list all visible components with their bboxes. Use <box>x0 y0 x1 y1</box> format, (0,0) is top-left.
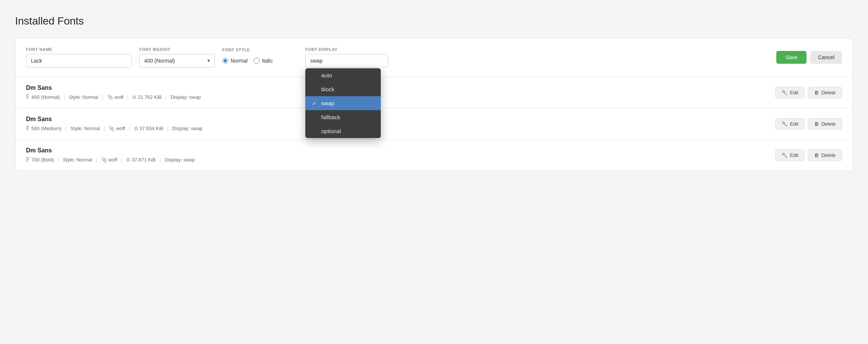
font-name: Dm Sans <box>26 147 195 154</box>
dropdown-item-optional[interactable]: optional <box>305 124 381 138</box>
font-display-meta: Display: swap <box>172 126 202 131</box>
edit-button-1[interactable]: 🔧 Edit <box>775 87 805 98</box>
font-meta: 𝔽 500 (Medium) | Style: Normal | 📎 woff … <box>26 125 202 132</box>
dropdown-item-auto-label: auto <box>321 72 332 78</box>
separator-3: | <box>121 157 122 163</box>
font-style-italic-label[interactable]: Italic <box>254 58 273 64</box>
font-name: Dm Sans <box>26 116 202 123</box>
font-weight-group: FONT WEIGHT 400 (Normal) 500 (Medium) 70… <box>139 47 215 68</box>
font-format-meta: 📎 woff <box>109 126 125 131</box>
font-style-meta: Style: Normal <box>63 157 92 163</box>
separator-3: | <box>127 94 128 100</box>
font-display-input[interactable] <box>305 54 388 68</box>
font-display-dropdown: auto block ✓ swap fallback <box>305 68 381 138</box>
dropdown-item-swap-label: swap <box>321 100 334 106</box>
font-name-label: FONT NAME <box>26 47 132 52</box>
dropdown-item-auto[interactable]: auto <box>305 68 381 82</box>
font-info: Dm Sans 𝔽 400 (Normal) | Style: Normal |… <box>26 84 201 100</box>
separator-4: | <box>166 94 167 100</box>
separator-2: | <box>104 126 105 131</box>
separator-4: | <box>160 157 161 163</box>
font-list-row: Dm Sans 𝔽 700 (Bold) | Style: Normal | 📎… <box>15 140 853 170</box>
font-style-normal-radio[interactable] <box>222 58 228 64</box>
font-meta: 𝔽 400 (Normal) | Style: Normal | 📎 woff … <box>26 94 201 100</box>
font-size-meta: ⊙ 37.871 KiB <box>126 157 155 163</box>
wrench-icon: 🔧 <box>782 90 788 95</box>
edit-button-3[interactable]: 🔧 Edit <box>775 149 805 161</box>
font-display-group: FONT DISPLAY auto block ✓ swap <box>305 47 388 68</box>
separator-1: | <box>65 126 66 131</box>
font-format-meta: 📎 woff <box>107 94 123 100</box>
form-actions: Save Cancel <box>776 51 842 64</box>
page-title: Installed Fonts <box>15 15 853 27</box>
font-style-group: FONT STYLE Normal Italic <box>222 48 298 67</box>
delete-button-2[interactable]: 🗑 Delete <box>808 118 842 130</box>
font-list-row: Dm Sans 𝔽 400 (Normal) | Style: Normal |… <box>15 77 853 108</box>
font-weight-meta: 𝔽 500 (Medium) <box>26 125 62 132</box>
separator-3: | <box>129 126 130 131</box>
font-name-group: FONT NAME <box>26 47 132 68</box>
dropdown-item-block-label: block <box>321 86 334 92</box>
separator-4: | <box>167 126 168 131</box>
dropdown-item-block[interactable]: block <box>305 82 381 96</box>
separator-2: | <box>102 94 103 100</box>
cancel-button[interactable]: Cancel <box>810 51 842 64</box>
row-actions: 🔧 Edit 🗑 Delete <box>775 118 842 130</box>
separator-1: | <box>64 94 65 100</box>
trash-icon: 🗑 <box>814 121 819 127</box>
font-style-normal-text: Normal <box>231 58 248 64</box>
font-name-input[interactable] <box>26 54 132 68</box>
delete-button-3[interactable]: 🗑 Delete <box>808 149 842 161</box>
font-weight-label: FONT WEIGHT <box>139 47 215 52</box>
font-style-normal-label[interactable]: Normal <box>222 58 248 64</box>
font-weight-meta: 𝔽 700 (Bold) <box>26 156 54 163</box>
font-style-meta: Style: Normal <box>71 126 100 131</box>
save-button[interactable]: Save <box>776 51 806 64</box>
font-weight-select[interactable]: 400 (Normal) 500 (Medium) 700 (Bold) <box>139 54 215 68</box>
dropdown-item-swap[interactable]: ✓ swap <box>305 96 381 110</box>
font-style-italic-text: Italic <box>262 58 273 64</box>
trash-icon: 🗑 <box>814 90 819 95</box>
main-card: FONT NAME FONT WEIGHT 400 (Normal) 500 (… <box>15 38 853 171</box>
font-name: Dm Sans <box>26 84 201 91</box>
font-display-wrapper: auto block ✓ swap fallback <box>305 54 388 68</box>
dropdown-item-optional-label: optional <box>321 128 341 134</box>
font-size-meta: ⊙ 37.934 KiB <box>134 126 163 131</box>
font-weight-select-wrapper: 400 (Normal) 500 (Medium) 700 (Bold) ▼ <box>139 54 215 68</box>
font-display-meta: Display: swap <box>165 157 195 163</box>
separator-1: | <box>58 157 59 163</box>
dropdown-item-fallback[interactable]: fallback <box>305 110 381 124</box>
form-row: FONT NAME FONT WEIGHT 400 (Normal) 500 (… <box>15 38 853 77</box>
font-style-radio-group: Normal Italic <box>222 54 298 67</box>
font-display-label: FONT DISPLAY <box>305 47 388 52</box>
font-info: Dm Sans 𝔽 500 (Medium) | Style: Normal |… <box>26 116 202 132</box>
font-meta: 𝔽 700 (Bold) | Style: Normal | 📎 woff | … <box>26 156 195 163</box>
trash-icon: 🗑 <box>814 152 819 158</box>
row-actions: 🔧 Edit 🗑 Delete <box>775 149 842 161</box>
wrench-icon: 🔧 <box>782 152 788 158</box>
font-weight-meta: 𝔽 400 (Normal) <box>26 94 60 100</box>
dropdown-item-fallback-label: fallback <box>321 114 340 120</box>
font-format-meta: 📎 woff <box>101 157 117 163</box>
edit-button-2[interactable]: 🔧 Edit <box>775 118 805 130</box>
font-display-meta: Display: swap <box>171 94 201 100</box>
font-style-italic-radio[interactable] <box>254 58 260 64</box>
font-style-label: FONT STYLE <box>222 48 298 52</box>
font-list-row: Dm Sans 𝔽 500 (Medium) | Style: Normal |… <box>15 108 853 140</box>
separator-2: | <box>96 157 97 163</box>
wrench-icon: 🔧 <box>782 121 788 127</box>
font-style-meta: Style: Normal <box>69 94 98 100</box>
font-info: Dm Sans 𝔽 700 (Bold) | Style: Normal | 📎… <box>26 147 195 163</box>
checkmark-swap: ✓ <box>312 100 318 106</box>
delete-button-1[interactable]: 🗑 Delete <box>808 87 842 98</box>
font-size-meta: ⊙ 21.762 KiB <box>132 94 162 100</box>
row-actions: 🔧 Edit 🗑 Delete <box>775 87 842 98</box>
